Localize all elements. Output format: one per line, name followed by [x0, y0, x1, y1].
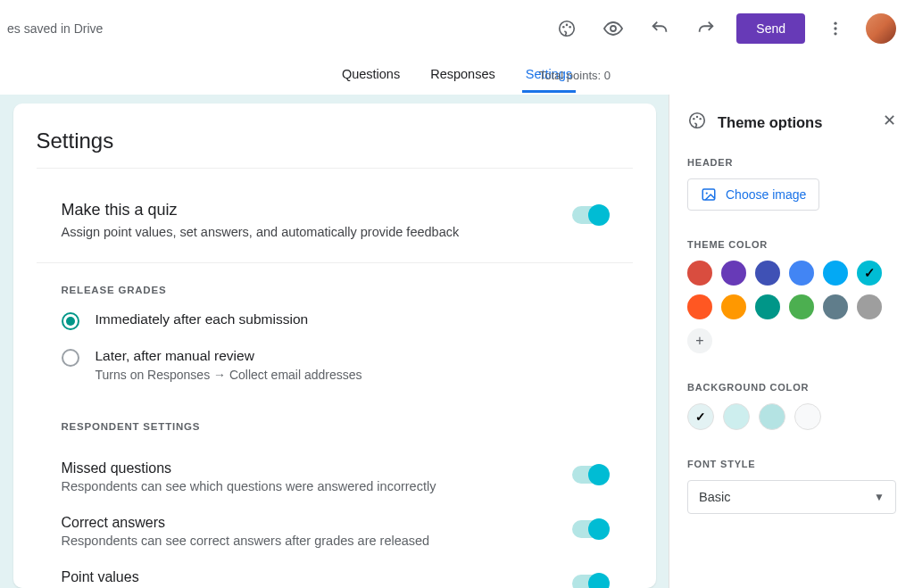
missed-desc: Respondents can see which questions were…: [62, 479, 436, 493]
release-grades-radio-group: Immediately after each submission Later,…: [37, 311, 633, 421]
quiz-toggle[interactable]: [572, 206, 608, 224]
bg-color-swatch[interactable]: [759, 403, 785, 430]
add-color-button[interactable]: +: [687, 328, 712, 353]
svg-point-2: [566, 24, 569, 27]
total-points-label: Total points: 0: [539, 69, 611, 82]
choose-image-label: Choose image: [726, 187, 806, 202]
respondent-correct: Correct answers Respondents can see corr…: [62, 515, 608, 548]
correct-title: Correct answers: [62, 515, 430, 531]
chevron-down-icon: ▼: [874, 491, 885, 503]
page-title: Settings: [37, 128, 633, 169]
font-style-label: FONT STYLE: [687, 459, 896, 469]
settings-card: Settings Make this a quiz Assign point v…: [13, 104, 656, 588]
close-icon[interactable]: ✕: [883, 111, 896, 130]
svg-point-5: [834, 22, 836, 25]
radio-immediately-label: Immediately after each submission: [96, 311, 309, 327]
topbar-actions: Send: [551, 12, 896, 45]
respondent-group: Missed questions Respondents can see whi…: [37, 448, 633, 588]
theme-color-swatch[interactable]: [789, 261, 814, 286]
respondent-settings-label: RESPONDENT SETTINGS: [37, 421, 633, 432]
correct-desc: Respondents can see correct answers afte…: [62, 534, 430, 548]
image-icon: [701, 186, 717, 203]
tab-responses[interactable]: Responses: [427, 58, 499, 93]
font-selected-value: Basic: [699, 490, 730, 504]
tabs-row: Questions Responses Settings Total point…: [0, 57, 914, 95]
quiz-toggle-block: Make this a quiz Assign point values, se…: [37, 201, 633, 263]
theme-color-swatch[interactable]: [687, 261, 712, 286]
workspace: Settings Make this a quiz Assign point v…: [0, 95, 914, 588]
customize-theme-icon[interactable]: [551, 12, 583, 45]
theme-color-swatch[interactable]: [687, 294, 712, 319]
choose-image-button[interactable]: Choose image: [687, 178, 819, 211]
radio-later-desc: Turns on Responses → Collect email addre…: [96, 368, 362, 382]
respondent-points: Point values Respondents can see total p…: [62, 569, 608, 588]
more-options-icon[interactable]: [819, 12, 852, 45]
theme-color-swatch[interactable]: [721, 294, 746, 319]
radio-later-label: Later, after manual review: [96, 348, 362, 364]
theme-color-section: THEME COLOR +: [687, 239, 896, 353]
theme-color-label: THEME COLOR: [687, 239, 896, 250]
font-style-select[interactable]: Basic ▼: [687, 480, 896, 514]
quiz-desc: Assign point values, set answers, and au…: [62, 225, 460, 239]
bg-color-label: BACKGROUND COLOR: [687, 382, 896, 393]
saved-status: es saved in Drive: [0, 21, 103, 36]
undo-icon[interactable]: [644, 12, 676, 45]
palette-icon: [687, 111, 707, 134]
send-button[interactable]: Send: [736, 13, 805, 44]
radio-later[interactable]: Later, after manual review Turns on Resp…: [62, 348, 608, 382]
theme-color-swatch[interactable]: [755, 261, 780, 286]
correct-toggle[interactable]: [572, 520, 608, 538]
theme-color-swatch[interactable]: [789, 294, 814, 319]
theme-color-swatch[interactable]: [721, 261, 746, 286]
bg-color-swatch[interactable]: [723, 403, 750, 430]
tab-questions[interactable]: Questions: [338, 58, 403, 93]
svg-point-13: [706, 192, 708, 194]
bg-color-swatch[interactable]: [687, 403, 714, 430]
points-title: Point values: [62, 569, 471, 585]
theme-options-panel: Theme options ✕ HEADER Choose image THEM…: [669, 95, 914, 588]
settings-wrap: Settings Make this a quiz Assign point v…: [0, 95, 669, 588]
radio-icon: [62, 312, 79, 330]
redo-icon[interactable]: [690, 12, 722, 45]
bg-color-section: BACKGROUND COLOR: [687, 382, 896, 430]
avatar[interactable]: [866, 13, 896, 44]
points-toggle[interactable]: [572, 575, 608, 588]
svg-point-11: [699, 118, 701, 120]
theme-color-swatch[interactable]: [857, 261, 882, 286]
svg-point-7: [834, 32, 836, 35]
svg-point-3: [569, 26, 572, 29]
svg-point-6: [834, 27, 836, 29]
respondent-missed: Missed questions Respondents can see whi…: [62, 460, 608, 493]
theme-color-swatch[interactable]: [823, 294, 848, 319]
bg-color-swatch[interactable]: [794, 403, 821, 430]
header-label: HEADER: [687, 157, 896, 168]
quiz-text: Make this a quiz Assign point values, se…: [62, 201, 460, 239]
svg-point-9: [693, 118, 694, 120]
release-grades-label: RELEASE GRADES: [37, 285, 633, 295]
theme-options-title: Theme options: [718, 114, 822, 131]
svg-rect-12: [702, 189, 715, 200]
svg-point-4: [611, 26, 616, 31]
svg-point-1: [562, 26, 565, 29]
theme-color-swatch[interactable]: [857, 294, 882, 319]
quiz-title: Make this a quiz: [62, 201, 460, 219]
theme-color-swatch[interactable]: [823, 261, 848, 286]
bg-color-swatches: [687, 403, 896, 430]
theme-panel-header: Theme options ✕: [687, 111, 896, 134]
radio-icon: [62, 349, 79, 367]
radio-immediately[interactable]: Immediately after each submission: [62, 311, 608, 330]
missed-title: Missed questions: [62, 460, 436, 476]
svg-point-10: [696, 116, 698, 118]
theme-header-section: HEADER Choose image: [687, 157, 896, 211]
font-style-section: FONT STYLE Basic ▼: [687, 459, 896, 514]
theme-color-swatch[interactable]: [755, 294, 780, 319]
preview-icon[interactable]: [597, 12, 629, 45]
theme-color-swatches: +: [687, 261, 896, 353]
missed-toggle[interactable]: [572, 466, 608, 484]
top-toolbar: es saved in Drive Send: [0, 0, 914, 57]
